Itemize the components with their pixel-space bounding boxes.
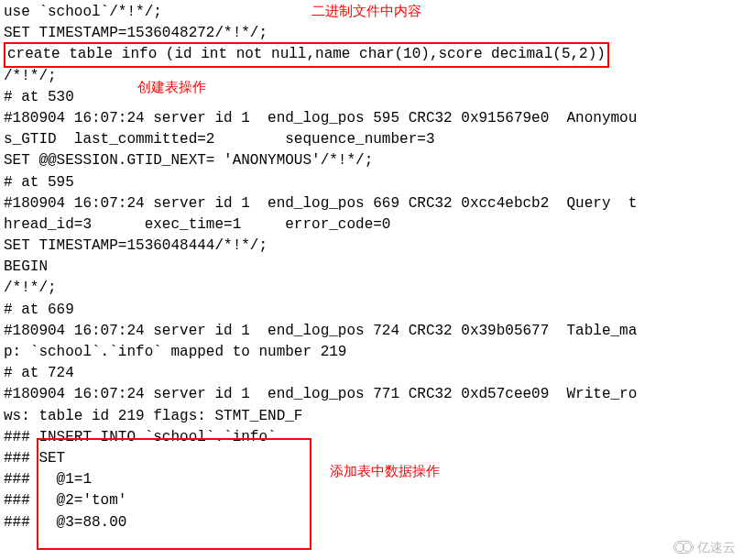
log-line: # at 595 — [4, 172, 739, 193]
log-line: SET TIMESTAMP=1536048272/*!*/; — [4, 23, 739, 44]
highlight-insert-block — [37, 438, 311, 550]
log-line: hread_id=3 exec_time=1 error_code=0 — [4, 214, 739, 236]
log-line: SET @@SESSION.GTID_NEXT= 'ANONYMOUS'/*!*… — [4, 150, 739, 171]
log-line: #180904 16:07:24 server id 1 end_log_pos… — [4, 321, 739, 342]
highlight-create-table: create table info (id int not null,name … — [4, 42, 609, 67]
log-line: BEGIN — [4, 257, 739, 278]
log-line: #180904 16:07:24 server id 1 end_log_pos… — [4, 384, 739, 405]
log-line: s_GTID last_committed=2 sequence_number=… — [4, 129, 739, 150]
log-line: # at 530 — [4, 87, 739, 108]
annotation-binary-content: 二进制文件中内容 — [311, 2, 421, 22]
log-line: # at 669 — [4, 300, 739, 321]
log-line: SET TIMESTAMP=1536048444/*!*/; — [4, 236, 739, 257]
log-line: /*!*/; — [4, 278, 739, 299]
log-line: /*!*/; — [4, 66, 739, 87]
annotation-create-table: 创建表操作 — [137, 78, 206, 98]
annotation-insert-data: 添加表中数据操作 — [330, 462, 440, 482]
watermark: 亿速云 — [673, 538, 736, 556]
log-line: #180904 16:07:24 server id 1 end_log_pos… — [4, 108, 739, 129]
watermark-text: 亿速云 — [697, 538, 736, 556]
log-line: ws: table id 219 flags: STMT_END_F — [4, 406, 739, 427]
log-line: create table info (id int not null,name … — [4, 44, 739, 65]
log-line: #180904 16:07:24 server id 1 end_log_pos… — [4, 193, 739, 214]
log-line: p: `school`.`info` mapped to number 219 — [4, 342, 739, 363]
log-line: # at 724 — [4, 363, 739, 384]
watermark-icon — [673, 541, 694, 554]
